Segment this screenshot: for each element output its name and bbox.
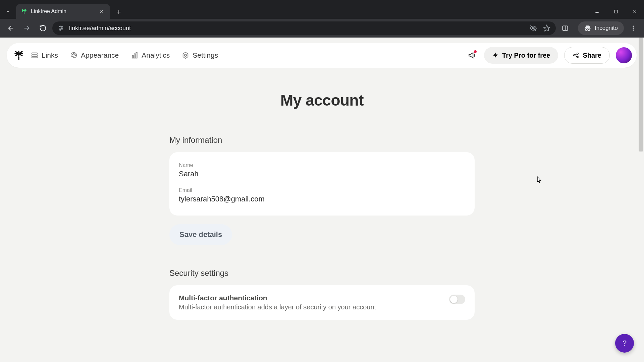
tab-title: Linktree Admin [31, 8, 66, 14]
window-close[interactable] [625, 4, 644, 19]
help-button[interactable]: ? [615, 334, 634, 353]
save-details-button[interactable]: Save details [169, 224, 232, 245]
svg-point-43 [74, 54, 75, 54]
nav-tabs: Links Appearance Analytics Settings [31, 51, 218, 59]
address-bar[interactable]: linktr.ee/admin/account [52, 21, 556, 35]
browser-toolbar: linktr.ee/admin/account Incognito [0, 19, 644, 38]
share-button[interactable]: Share [564, 47, 610, 64]
svg-point-32 [633, 29, 634, 31]
section-my-information: My information Name Email Save details [169, 135, 475, 245]
email-label: Email [179, 187, 465, 193]
mfa-title: Multi-factor authentication [179, 294, 449, 302]
app-header: Links Appearance Analytics Settings [7, 43, 637, 68]
nav-links[interactable]: Links [31, 51, 58, 59]
email-input[interactable] [179, 195, 465, 203]
section-security-settings: Security settings Multi-factor authentic… [169, 268, 475, 320]
header-right: Try Pro for free Share [467, 47, 632, 64]
info-card: Name Email [169, 152, 475, 216]
nav-analytics-label: Analytics [142, 51, 170, 59]
browser-menu-button[interactable] [627, 21, 640, 35]
svg-rect-38 [32, 53, 38, 54]
mfa-toggle[interactable] [449, 295, 465, 304]
svg-line-56 [575, 56, 577, 57]
scrollbar-thumb[interactable] [639, 38, 643, 152]
svg-point-50 [184, 54, 186, 56]
svg-point-20 [60, 29, 61, 30]
new-tab-button[interactable] [112, 5, 125, 19]
svg-point-18 [60, 26, 61, 27]
tab-search-dropdown[interactable] [0, 4, 16, 19]
incognito-indicator[interactable]: Incognito [578, 21, 624, 35]
browser-back-button[interactable] [4, 21, 17, 35]
name-input[interactable] [179, 170, 465, 178]
mfa-text: Multi-factor authentication Multi-factor… [179, 294, 449, 311]
browser-forward-button[interactable] [20, 21, 34, 35]
bookmark-icon[interactable] [543, 24, 550, 32]
svg-rect-26 [585, 28, 591, 28]
window-controls [588, 4, 644, 19]
svg-marker-49 [183, 52, 188, 58]
svg-rect-10 [614, 10, 618, 13]
svg-point-44 [75, 55, 76, 56]
svg-point-30 [633, 26, 634, 27]
nav-appearance-label: Appearance [81, 51, 119, 59]
site-settings-icon[interactable] [58, 25, 64, 32]
side-panel-button[interactable] [558, 21, 572, 35]
mfa-description: Multi-factor authentication adds a layer… [179, 303, 449, 311]
svg-rect-46 [132, 55, 133, 58]
svg-rect-24 [563, 26, 568, 30]
try-pro-button[interactable]: Try Pro for free [484, 47, 558, 64]
name-label: Name [179, 162, 465, 168]
browser-reload-button[interactable] [36, 21, 50, 35]
window-maximize[interactable] [606, 4, 625, 19]
svg-point-27 [586, 29, 588, 31]
nav-analytics[interactable]: Analytics [131, 51, 170, 59]
mfa-card: Multi-factor authentication Multi-factor… [169, 285, 475, 320]
page-viewport: Links Appearance Analytics Settings [0, 38, 644, 362]
incognito-icon [584, 24, 591, 32]
main-content: My account My information Name Email Sav… [0, 38, 644, 320]
field-email: Email [179, 184, 465, 209]
notification-dot-icon [474, 50, 477, 53]
svg-point-28 [588, 29, 590, 31]
window-minimize[interactable] [588, 4, 606, 19]
nav-links-label: Links [42, 51, 58, 59]
security-heading: Security settings [169, 268, 475, 278]
svg-rect-39 [32, 55, 38, 56]
vertical-scrollbar[interactable] [638, 38, 644, 362]
field-name: Name [179, 159, 465, 184]
linktree-favicon-icon [21, 8, 28, 15]
svg-rect-40 [32, 57, 38, 58]
nav-settings-label: Settings [193, 51, 218, 59]
nav-settings[interactable]: Settings [182, 51, 218, 59]
svg-point-31 [633, 27, 634, 28]
user-avatar[interactable] [616, 47, 632, 63]
tracking-blocked-icon[interactable] [530, 24, 537, 32]
browser-tab[interactable]: Linktree Admin [16, 4, 110, 19]
svg-point-41 [72, 54, 73, 55]
nav-appearance[interactable]: Appearance [70, 51, 119, 59]
svg-marker-23 [544, 25, 550, 31]
url-text: linktr.ee/admin/account [69, 25, 131, 32]
svg-point-42 [73, 53, 74, 54]
share-label: Share [583, 52, 601, 59]
svg-line-55 [575, 54, 577, 55]
my-information-heading: My information [169, 135, 475, 145]
svg-rect-47 [134, 54, 135, 58]
svg-marker-51 [493, 53, 497, 58]
help-label: ? [623, 339, 627, 348]
incognito-label: Incognito [595, 25, 618, 32]
browser-tab-strip: Linktree Admin [0, 0, 644, 19]
linktree-logo-icon[interactable] [13, 49, 25, 61]
svg-rect-48 [136, 53, 137, 58]
announcements-button[interactable] [467, 50, 478, 61]
try-pro-label: Try Pro for free [502, 52, 550, 59]
toggle-knob [450, 296, 458, 303]
svg-point-19 [61, 27, 62, 28]
close-tab-icon[interactable] [98, 8, 105, 15]
page-title: My account [280, 91, 364, 109]
save-details-label: Save details [179, 230, 222, 239]
